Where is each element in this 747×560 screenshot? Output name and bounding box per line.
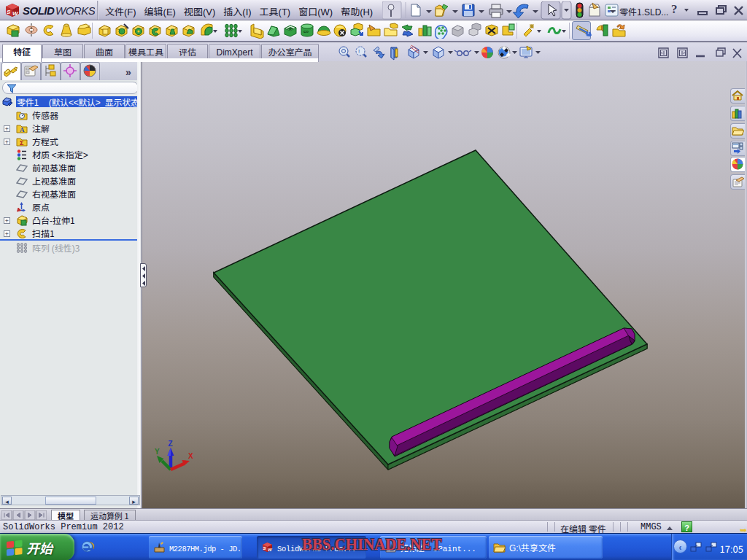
svg-text:!: ! xyxy=(358,47,360,55)
svg-text:S: S xyxy=(263,545,266,551)
svg-text:co: co xyxy=(303,28,309,34)
svg-text:Σ: Σ xyxy=(20,138,24,147)
svg-text:Y: Y xyxy=(155,446,160,456)
svg-text:SOLID: SOLID xyxy=(23,2,55,18)
svg-text:X: X xyxy=(188,450,193,461)
svg-text:A: A xyxy=(20,126,25,133)
svg-text:S: S xyxy=(7,7,11,15)
svg-text:WORKS: WORKS xyxy=(55,2,95,18)
svg-text:Z: Z xyxy=(169,438,173,448)
